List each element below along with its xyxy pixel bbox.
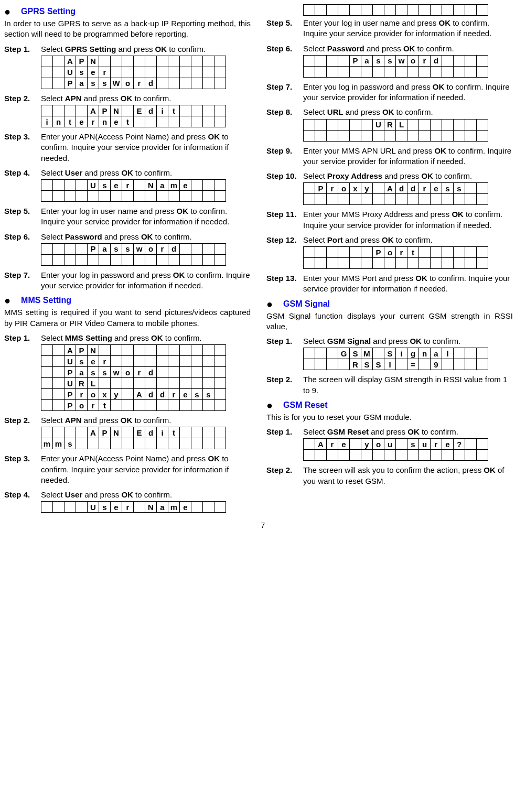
bullet-icon: ●: [266, 400, 273, 410]
mms-heading: ● MMS Setting: [4, 295, 251, 306]
gprs-intro: In order to use GPRS to serve as a back-…: [4, 18, 251, 40]
mms-intro: MMS setting is required if you want to s…: [4, 307, 251, 329]
gprs-heading: ● GPRS Setting: [4, 6, 251, 17]
bullet-icon: ●: [4, 295, 10, 306]
lcd: APNUserPassWord: [4, 56, 251, 89]
gsm-reset-heading: ● GSM Reset: [266, 400, 513, 410]
right-column: Step 5.Enter your log in user name and p…: [266, 4, 513, 517]
gsm-signal-intro: GSM Signal function displays your curren…: [266, 311, 513, 332]
lcd: Password: [266, 55, 513, 78]
gsm-reset-title: GSM Reset: [283, 400, 327, 410]
lcd: Areyousure?: [266, 438, 513, 461]
mms-title: MMS Setting: [21, 296, 71, 305]
page: ● GPRS Setting In order to use GPRS to s…: [4, 4, 522, 517]
lcd: ProxyAddress: [266, 182, 513, 205]
lcd: UserName: [4, 501, 251, 513]
lcd: APNEditinternet: [4, 105, 251, 127]
gsm-signal-title: GSM Signal: [283, 299, 330, 309]
gsm-reset-intro: This is for you to reset your GSM module…: [266, 412, 513, 423]
lcd: URL: [266, 119, 513, 142]
lcd: APNUserPasswordURLProxyAddressPort: [4, 344, 251, 411]
gprs-title: GPRS Setting: [21, 7, 76, 16]
lcd: UserName: [4, 179, 251, 202]
left-column: ● GPRS Setting In order to use GPRS to s…: [4, 4, 251, 517]
bullet-icon: ●: [266, 299, 273, 309]
lcd: [266, 4, 513, 16]
lcd: APNEditmms: [4, 427, 251, 449]
bullet-icon: ●: [4, 6, 10, 17]
lcd: Port: [266, 246, 513, 269]
lcd: GSMSignalRSSI=9: [266, 348, 513, 370]
page-number: 7: [4, 521, 522, 529]
lcd: Password: [4, 243, 251, 266]
gsm-signal-heading: ● GSM Signal: [266, 299, 513, 309]
